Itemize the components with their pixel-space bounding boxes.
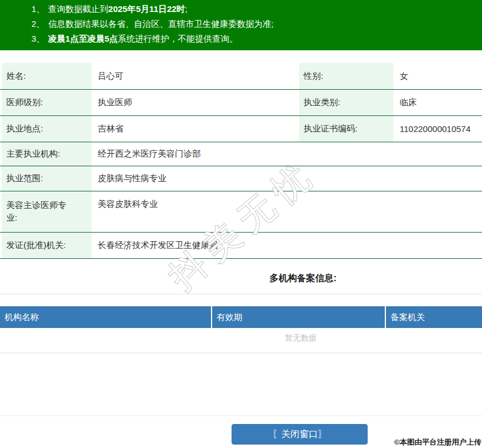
multi-org-section-title: 多机构备案信息:	[269, 273, 336, 285]
org-table-header: 机构名称 有效期 备案机关	[0, 306, 482, 328]
field-label-main-institution: 主要执业机构:	[2, 142, 91, 166]
field-value-doctor-level: 执业医师	[91, 90, 299, 115]
notice-text: 信息数据结果以各省、自治区、直辖市卫生健康委数据为准;	[48, 19, 273, 29]
divider	[0, 294, 482, 294]
field-label-practice-category: 执业类别:	[299, 90, 393, 115]
field-label-practice-scope: 执业范围:	[2, 166, 91, 191]
field-value-practice-category: 临床	[393, 90, 482, 115]
notice-number: 2、	[31, 17, 45, 31]
field-label-cosmetic-specialty: 美容主诊医师专业:	[2, 191, 91, 232]
practitioner-info-table: 姓名: 吕心可 性别: 女 医师级别: 执业医师 执业类别: 临床 执业地点: …	[0, 63, 482, 259]
org-table-header-filing-authority: 备案机关	[386, 306, 482, 328]
field-value-practice-location: 吉林省	[91, 116, 299, 142]
table-row: 执业范围: 皮肤病与性病专业	[0, 166, 482, 191]
notice-text: 系统进行维护，不能提供查询。	[118, 34, 238, 43]
field-value-certificate-number: 110220000010574	[393, 116, 482, 142]
field-value-gender: 女	[393, 63, 482, 89]
table-row: 姓名: 吕心可 性别: 女	[0, 63, 482, 90]
notice-item-2: 2、信息数据结果以各省、自治区、直辖市卫生健康委数据为准;	[31, 17, 482, 31]
table-row: 主要执业机构: 经开西之米医疗美容门诊部	[0, 142, 482, 166]
upload-credit-text: ©本图由平台注册用户上传	[394, 437, 481, 447]
divider	[0, 353, 482, 353]
notice-text: 查询数据截止到	[48, 4, 108, 14]
notice-text-bold: 2025年5月11日22时	[108, 4, 185, 14]
notice-header: 1、查询数据截止到2025年5月11日22时; 2、信息数据结果以各省、自治区、…	[0, 0, 482, 50]
field-label-doctor-level: 医师级别:	[2, 90, 91, 115]
notice-number: 1、	[31, 2, 45, 17]
org-table-header-institution-name: 机构名称	[0, 306, 212, 328]
field-value-main-institution: 经开西之米医疗美容门诊部	[91, 142, 482, 166]
field-value-name: 吕心可	[91, 63, 299, 89]
field-label-gender: 性别:	[299, 63, 393, 89]
field-label-practice-location: 执业地点:	[2, 116, 91, 142]
table-row: 执业地点: 吉林省 执业证书编码: 110220000010574	[0, 116, 482, 142]
org-table-header-validity-period: 有效期	[212, 306, 386, 328]
field-label-certificate-number: 执业证书编码:	[299, 116, 393, 142]
field-value-practice-scope: 皮肤病与性病专业	[91, 166, 482, 191]
notice-text-bold: 凌晨1点至凌晨5点	[48, 34, 118, 43]
table-row: 发证(批准)机关: 长春经济技术开发区卫生健康局	[0, 233, 482, 259]
close-window-button[interactable]: 〖关闭窗口〗	[232, 424, 368, 445]
no-data-placeholder: 暂无数据	[285, 333, 317, 343]
field-label-text: 美容主诊医师专业:	[6, 199, 70, 224]
field-value-cosmetic-specialty: 美容皮肤科专业	[91, 191, 482, 232]
field-label-issuing-authority: 发证(批准)机关:	[2, 233, 91, 258]
divider	[0, 415, 482, 416]
table-row: 医师级别: 执业医师 执业类别: 临床	[0, 90, 482, 116]
field-label-name: 姓名:	[2, 63, 91, 89]
notice-number: 3、	[31, 31, 45, 46]
notice-item-1: 1、查询数据截止到2025年5月11日22时;	[31, 2, 482, 17]
table-row: 美容主诊医师专业: 美容皮肤科专业	[0, 191, 482, 233]
notice-item-3: 3、凌晨1点至凌晨5点系统进行维护，不能提供查询。	[31, 31, 482, 46]
field-value-issuing-authority: 长春经济技术开发区卫生健康局	[91, 233, 482, 258]
notice-text: ;	[185, 4, 188, 14]
